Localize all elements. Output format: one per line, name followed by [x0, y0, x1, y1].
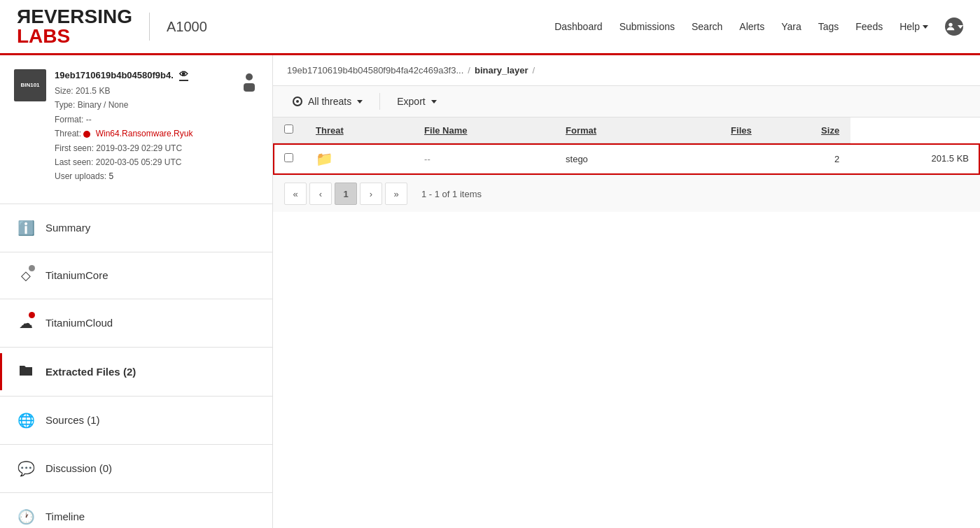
person-icon [240, 72, 258, 93]
nav-alerts[interactable]: Alerts [739, 21, 764, 32]
export-dropdown[interactable]: Export [391, 93, 442, 110]
nav-search[interactable]: Search [692, 21, 722, 32]
content-area: 19eb1710619b4b04580f9b4fa42c469a3f3... /… [273, 55, 980, 528]
eye-icon[interactable]: 👁 [179, 69, 188, 81]
th-threat[interactable]: Threat [304, 117, 413, 143]
main-container: BIN 101 19eb1710619b4b04580f9b4. 👁 Size:… [0, 55, 980, 528]
nav-yara[interactable]: Yara [781, 21, 802, 32]
sidebar-item-titaniumcore[interactable]: ◇ TitaniumCore [0, 258, 272, 293]
sidebar-item-timeline[interactable]: 🕐 Timeline [0, 499, 272, 528]
row-checkbox[interactable] [284, 153, 293, 162]
user-avatar[interactable] [945, 17, 963, 36]
file-info: 19eb1710619b4b04580f9b4. 👁 Size: 201.5 K… [55, 69, 232, 184]
user-chevron-icon [958, 25, 963, 29]
nav-help[interactable]: Help [899, 21, 928, 32]
logo-divider [149, 13, 150, 41]
row-checkbox-cell [273, 143, 304, 175]
file-meta: Size: 201.5 KB Type: Binary / None Forma… [55, 84, 232, 184]
breadcrumb: 19eb1710619b4b04580f9b4fa42c469a3f3... /… [273, 55, 980, 86]
help-chevron-icon [923, 25, 928, 29]
file-hash: 19eb1710619b4b04580f9b4. 👁 [55, 69, 232, 81]
person-icon-container [240, 69, 258, 93]
file-header: BIN 101 19eb1710619b4b04580f9b4. 👁 Size:… [0, 69, 272, 198]
sidebar-divider-4 [0, 396, 272, 397]
export-chevron-icon [431, 100, 437, 104]
row-files: 2 [763, 143, 850, 175]
sidebar: BIN 101 19eb1710619b4b04580f9b4. 👁 Size:… [0, 55, 273, 528]
th-checkbox [273, 117, 304, 143]
threat-dot-icon [83, 131, 90, 138]
nav-submissions[interactable]: Submissions [620, 21, 675, 32]
sidebar-item-sources[interactable]: 🌐 Sources (1) [0, 402, 272, 438]
row-threat: -- [413, 143, 554, 175]
header-left: REVERSING LABS A1000 [17, 7, 207, 46]
sidebar-divider-1 [0, 252, 272, 252]
pagination: « ‹ 1 › » 1 - 1 of 1 items [273, 175, 980, 212]
file-threat: Threat: Win64.Ransomware.Ryuk [55, 127, 232, 141]
page-current-button[interactable]: 1 [335, 183, 357, 205]
sidebar-divider-top [0, 204, 272, 204]
row-filename: stego [554, 143, 669, 175]
th-filename[interactable]: File Name [413, 117, 554, 143]
th-format[interactable]: Format [554, 117, 669, 143]
svg-point-1 [246, 73, 253, 80]
toolbar-separator [379, 93, 380, 110]
nav-tags[interactable]: Tags [818, 21, 839, 32]
page-info: 1 - 1 of 1 items [421, 189, 482, 199]
page-last-button[interactable]: » [385, 183, 407, 205]
extracted-files-icon [16, 363, 36, 380]
toolbar: All threats Export [273, 86, 980, 117]
folder-icon: 📁 [316, 151, 333, 166]
sidebar-item-discussion[interactable]: 💬 Discussion (0) [0, 450, 272, 487]
page-next-button[interactable]: › [360, 183, 382, 205]
svg-point-0 [948, 23, 952, 27]
table-row[interactable]: 📁 -- stego 2 201.5 KB [273, 143, 980, 175]
titaniumcloud-dot [29, 312, 35, 318]
sidebar-divider-3 [0, 347, 272, 348]
page-prev-button[interactable]: ‹ [309, 183, 332, 205]
info-icon: ℹ️ [16, 220, 36, 236]
sidebar-item-summary[interactable]: ℹ️ Summary [0, 210, 272, 246]
th-size[interactable]: Size [763, 117, 850, 143]
svg-rect-2 [244, 83, 255, 92]
all-threats-chevron-icon [357, 100, 363, 104]
row-format [669, 143, 762, 175]
sidebar-item-titaniumcloud[interactable]: ☁ TitaniumCloud [0, 305, 272, 341]
table-container: Threat File Name Format Files Size [273, 117, 980, 175]
all-threats-dropdown[interactable]: All threats [287, 93, 368, 110]
sidebar-divider-6 [0, 492, 272, 493]
files-table: Threat File Name Format Files Size [273, 117, 980, 175]
nav-feeds[interactable]: Feeds [855, 21, 883, 32]
discussion-icon: 💬 [16, 460, 36, 477]
nav-dashboard[interactable]: Dashboard [554, 21, 603, 32]
product-name: A1000 [167, 19, 207, 35]
select-all-checkbox[interactable] [284, 124, 293, 134]
sidebar-divider-2 [0, 299, 272, 299]
titaniumcore-dot [29, 265, 35, 271]
all-threats-radio [293, 97, 302, 106]
th-files[interactable]: Files [669, 117, 762, 143]
file-type-icon: BIN 101 [14, 69, 46, 101]
sidebar-divider-5 [0, 444, 272, 445]
sidebar-item-extracted-files[interactable]: Extracted Files (2) [0, 353, 272, 390]
header: REVERSING LABS A1000 Dashboard Submissio… [0, 0, 980, 55]
user-uploads: User uploads: 5 [55, 169, 232, 183]
row-folder-icon-cell: 📁 [304, 143, 413, 175]
logo: REVERSING LABS [17, 7, 132, 46]
page-first-button[interactable]: « [284, 183, 307, 205]
timeline-icon: 🕐 [16, 508, 36, 525]
main-nav: Dashboard Submissions Search Alerts Yara… [554, 17, 963, 36]
row-size: 201.5 KB [850, 143, 980, 175]
table-header-row: Threat File Name Format Files Size [273, 117, 980, 143]
sources-icon: 🌐 [16, 412, 36, 429]
